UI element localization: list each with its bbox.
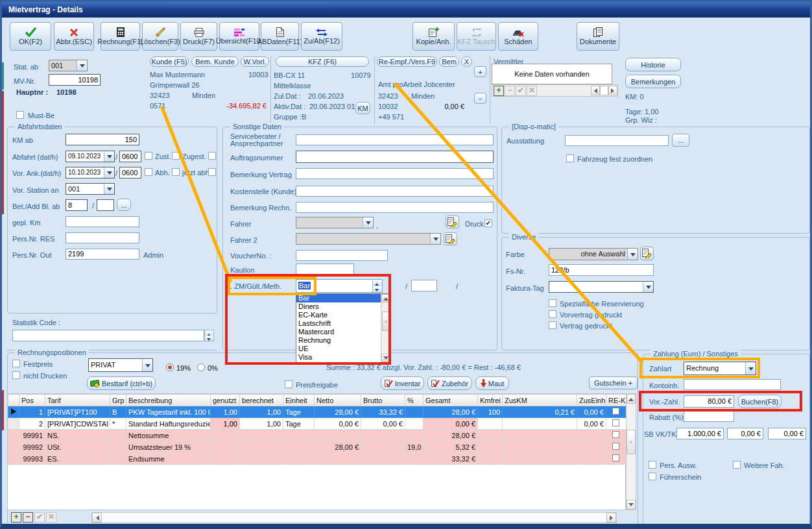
row-add-button[interactable]: + — [11, 512, 21, 523]
spinner-up-icon[interactable] — [205, 330, 213, 336]
jetzt-abh-checkbox[interactable] — [208, 168, 216, 176]
col-berechnet[interactable]: berechnet — [240, 395, 283, 406]
chevron-down-icon[interactable] — [745, 362, 756, 375]
col-gesamt[interactable]: Gesamt — [424, 395, 478, 406]
vorvertrag-checkbox[interactable] — [549, 310, 556, 318]
spezialfarbe-checkbox[interactable] — [549, 299, 556, 307]
table-row[interactable]: 99991NS. Nettosumme 28,00 € — [8, 430, 627, 441]
table-row[interactable]: 2[PRIVAT]CDWSTAI *Standard Haftungsreduz… — [8, 418, 627, 430]
kaution-input[interactable] — [296, 264, 354, 275]
chevron-down-icon[interactable] — [363, 217, 373, 228]
uebersicht-button[interactable]: Übersicht(F10) — [219, 22, 259, 51]
spinner-up-icon[interactable] — [373, 280, 382, 286]
besttarif-button[interactable]: Besttarif (ctrl+b) — [87, 376, 156, 390]
farbe-combo[interactable]: ohne Auswahl — [549, 248, 638, 260]
pers-res-input[interactable] — [66, 232, 139, 243]
scroll-down-button[interactable] — [627, 500, 636, 510]
gepl-km-input[interactable] — [66, 216, 139, 227]
pers-out-input[interactable]: 2199 — [66, 249, 139, 260]
vat19-radio[interactable] — [166, 363, 174, 371]
scroll-down-button[interactable] — [381, 354, 390, 362]
col-netto[interactable]: Netto — [315, 395, 361, 406]
spinner-down-icon[interactable] — [205, 336, 213, 341]
zugest-checkbox[interactable] — [208, 152, 216, 160]
druck-button[interactable]: Druck(F7) — [180, 22, 217, 51]
table-row[interactable]: 99992USt. Umsatzsteuer 19 % 28,00 € 19,0… — [8, 441, 627, 453]
fahrer2-edit-button[interactable] — [444, 232, 457, 245]
dropdown-scrollbar[interactable]: = — [381, 294, 390, 362]
col-kmfrei[interactable]: Kmfrei — [478, 395, 503, 406]
vor-ank-date-combo[interactable]: 10.10.2023 — [66, 167, 115, 178]
zubehoer-button[interactable]: Zubehör — [427, 376, 472, 390]
vertrag-gedruckt-checkbox[interactable] — [549, 321, 556, 329]
loeschen-button[interactable]: Löschen(F3) — [142, 22, 178, 51]
re-empf-bem-button[interactable]: Bem — [439, 56, 459, 67]
dropdown-option[interactable]: UE — [296, 345, 381, 353]
bem-vertrag-input[interactable] — [296, 168, 494, 179]
ausstattung-more-button[interactable]: ... — [672, 134, 689, 147]
add-icon-button[interactable]: + — [494, 86, 504, 96]
nav-next-button[interactable] — [608, 86, 617, 95]
kostenstelle-input[interactable] — [296, 186, 494, 197]
fahrer2-combo[interactable] — [296, 233, 441, 245]
vermittler-add-button[interactable]: + — [474, 66, 486, 77]
table-row[interactable]: 1[PRIVAT]PT100 BPKW Tagestarif inkl. 100… — [8, 406, 627, 418]
scroll-up-button[interactable] — [627, 394, 636, 404]
weitere-fah-checkbox[interactable] — [733, 461, 741, 469]
chevron-down-icon[interactable] — [643, 282, 653, 292]
kunde-button[interactable]: Kunde (F5) — [150, 56, 189, 67]
dropdown-option[interactable]: Lastschrift — [296, 319, 381, 328]
km-button[interactable]: KM — [355, 102, 370, 114]
table-hscrollbar[interactable] — [91, 512, 617, 523]
positions-table[interactable]: Pos Tarif Grp Beschreibung genutzt berec… — [8, 394, 627, 465]
chevron-down-icon[interactable] — [142, 359, 152, 371]
auftragsnummer-input[interactable] — [296, 151, 494, 163]
fest-zuordnen-checkbox[interactable] — [566, 154, 574, 162]
rek-checkbox[interactable] — [612, 443, 619, 450]
zuab-button[interactable]: Zu/Ab(F12) — [301, 22, 342, 51]
voucher-input[interactable] — [296, 250, 388, 261]
serviceberater-input[interactable] — [296, 134, 494, 145]
historie-button[interactable]: Historie — [625, 58, 681, 71]
rek-checkbox[interactable] — [612, 454, 619, 461]
re-empf-clear-button[interactable]: X — [461, 56, 472, 67]
festpreis-checkbox[interactable] — [12, 360, 20, 367]
dropdown-option[interactable]: Bar — [296, 294, 381, 302]
vermittler-remove-button[interactable]: − — [474, 93, 486, 104]
bet-more-button[interactable]: ... — [117, 199, 131, 211]
nicht-drucken-checkbox[interactable] — [12, 371, 20, 379]
vorzahl-input[interactable]: 80,00 € — [684, 395, 734, 408]
dropdown-option[interactable]: Visa — [296, 353, 381, 362]
buchen-button[interactable]: Buchen(F8) — [738, 395, 782, 408]
inventar-button[interactable]: Inventar — [381, 376, 424, 390]
abfahrt-flag-checkbox[interactable] — [145, 152, 152, 160]
preisfreigabe-checkbox[interactable] — [285, 380, 293, 388]
sb-vk-input[interactable]: 1.000,00 € — [676, 428, 724, 439]
dropdown-option[interactable]: Rechnung — [296, 336, 381, 345]
vor-station-combo[interactable]: 001 — [66, 183, 115, 195]
abdaten-button[interactable]: ABDaten(F11) — [261, 22, 299, 51]
col-beschreibung[interactable]: Beschreibung — [126, 395, 211, 406]
statistik-spinner[interactable] — [204, 330, 214, 341]
kfz-button[interactable]: KFZ (F6) — [276, 56, 369, 67]
bemerkungen-button[interactable]: Bemerkungen — [625, 75, 681, 88]
zahlart-combo[interactable]: Rechnung — [684, 362, 756, 375]
stat-ab-combo[interactable]: 001 — [49, 60, 88, 71]
col-brutto[interactable]: Brutto — [361, 395, 405, 406]
fahrer-combo[interactable] — [296, 217, 374, 228]
ausstattung-input[interactable] — [565, 135, 669, 146]
rek-checkbox[interactable] — [612, 431, 619, 438]
col-grp[interactable]: Grp — [110, 395, 126, 406]
ok-button[interactable]: OK(F2) — [10, 22, 51, 51]
nav-page-box[interactable] — [600, 86, 608, 95]
bet-input[interactable]: 8 — [66, 199, 88, 211]
nav-prev-button[interactable] — [591, 86, 600, 95]
abfahrt-date-combo[interactable]: 09.10.2023 — [66, 151, 115, 162]
row-confirm-button[interactable]: ✔ — [34, 512, 45, 523]
add-bl-input[interactable] — [97, 199, 114, 211]
chevron-down-icon[interactable] — [430, 234, 440, 244]
sb-tk-input[interactable]: 0,00 € — [727, 428, 763, 439]
pers-ausw-checkbox[interactable] — [649, 461, 656, 469]
col-genutzt[interactable]: genutzt — [211, 395, 240, 406]
rabatt-input[interactable] — [684, 411, 734, 422]
